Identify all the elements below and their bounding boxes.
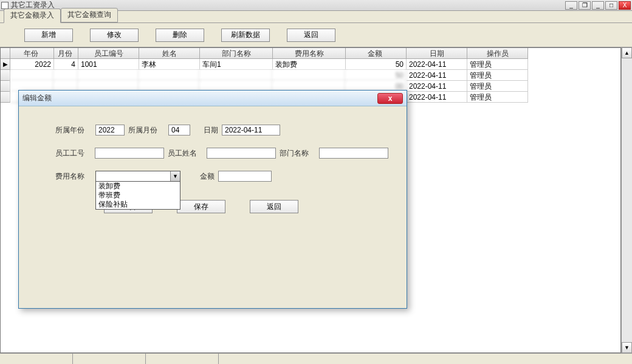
emp-name-input[interactable] xyxy=(207,148,276,159)
edit-amount-dialog: 编辑金额 x 所属年份 所属月份 日期 员工工号 员工姓名 部门名称 费用名称 … xyxy=(18,90,407,309)
add-button[interactable]: 新增 xyxy=(24,29,73,42)
dialog-title: 编辑金额 xyxy=(22,93,52,103)
month-input[interactable] xyxy=(168,125,190,136)
scroll-down-icon[interactable]: ▼ xyxy=(622,342,632,353)
scroll-up-icon[interactable]: ▲ xyxy=(622,47,632,58)
label-fee-name: 费用名称 xyxy=(55,171,92,182)
dept-input[interactable] xyxy=(319,148,388,159)
edit-button[interactable]: 修改 xyxy=(90,29,139,42)
doc-icon xyxy=(1,2,9,9)
date-input[interactable] xyxy=(222,125,280,136)
back-button[interactable]: 返回 xyxy=(287,29,335,42)
amount-input[interactable] xyxy=(218,171,272,182)
tabs: 其它金额录入 其它金额查询 xyxy=(0,11,632,23)
fee-option[interactable]: 带班费 xyxy=(96,191,180,200)
col-year[interactable]: 年份 xyxy=(10,48,54,59)
vertical-scrollbar[interactable]: ▲ ▼ xyxy=(621,47,632,353)
refresh-button[interactable]: 刷新数据 xyxy=(221,29,270,42)
year-input[interactable] xyxy=(95,125,125,136)
fee-name-combo[interactable]: ▼ xyxy=(95,171,180,182)
minimize-button[interactable]: _ xyxy=(565,1,577,10)
fee-name-dropdown[interactable]: 装卸费带班费保险补贴 xyxy=(95,182,180,210)
tab-entry[interactable]: 其它金额录入 xyxy=(4,9,61,23)
delete-button[interactable]: 删除 xyxy=(156,29,204,42)
label-month: 所属月份 xyxy=(128,125,165,136)
save-button[interactable]: 保存 xyxy=(177,200,225,213)
table-row[interactable]: ▶202241001李林车间1装卸费502022-04-11管理员 xyxy=(1,59,620,70)
dialog-back-button[interactable]: 返回 xyxy=(250,200,298,213)
col-date[interactable]: 日期 xyxy=(407,48,467,59)
col-emp-no[interactable]: 员工编号 xyxy=(78,48,139,59)
label-amount: 金额 xyxy=(184,171,215,182)
minimize-button-2[interactable]: _ xyxy=(592,1,604,10)
status-bar xyxy=(0,353,632,364)
col-name[interactable]: 姓名 xyxy=(139,48,200,59)
label-year: 所属年份 xyxy=(55,125,92,136)
table-row[interactable]: 502022-04-11管理员 xyxy=(1,70,620,81)
col-operator[interactable]: 操作员 xyxy=(467,48,528,59)
grid-header: 年份 月份 员工编号 姓名 部门名称 费用名称 金额 日期 操作员 xyxy=(1,48,620,59)
tab-query[interactable]: 其它金额查询 xyxy=(61,8,118,22)
fee-option[interactable]: 装卸费 xyxy=(96,182,180,191)
label-dept: 部门名称 xyxy=(280,148,315,159)
dialog-close-button[interactable]: x xyxy=(377,93,403,104)
col-month[interactable]: 月份 xyxy=(54,48,78,59)
maximize-button[interactable]: □ xyxy=(605,1,617,10)
label-emp-name: 员工姓名 xyxy=(168,148,204,159)
close-button[interactable]: X xyxy=(619,1,631,10)
fee-name-value xyxy=(96,171,170,181)
restore-button[interactable]: ❐ xyxy=(579,1,591,10)
toolbar: 新增 修改 删除 刷新数据 返回 xyxy=(0,23,632,47)
col-dept[interactable]: 部门名称 xyxy=(200,48,273,59)
fee-option[interactable]: 保险补贴 xyxy=(96,200,180,209)
dialog-titlebar[interactable]: 编辑金额 x xyxy=(19,91,407,106)
label-date: 日期 xyxy=(194,125,218,136)
chevron-down-icon[interactable]: ▼ xyxy=(170,171,180,181)
col-fee[interactable]: 费用名称 xyxy=(273,48,346,59)
emp-no-input[interactable] xyxy=(95,148,164,159)
label-emp-no: 员工工号 xyxy=(55,148,91,159)
col-amount[interactable]: 金额 xyxy=(346,48,407,59)
